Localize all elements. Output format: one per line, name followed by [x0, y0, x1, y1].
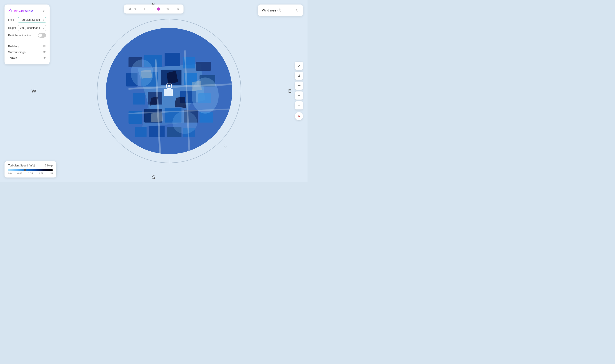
field-label: Field — [8, 18, 16, 21]
north-arrow-icon — [297, 114, 301, 118]
layer-building-row: Building 👁 — [8, 43, 46, 49]
legend-header: Turbulent Speed [m/s] ? Help — [8, 164, 53, 167]
svg-text:⬦: ⬦ — [223, 139, 228, 149]
surroundings-visibility-icon[interactable]: 👁 — [43, 50, 46, 54]
wind-speed-icon: ⬦ — [219, 139, 232, 152]
legend-panel: Turbulent Speed [m/s] ? Help 0.0 0.63 1.… — [4, 161, 56, 178]
left-panel: ARCHIWIND ∨ Field Turbulent Speed Wind S… — [4, 4, 50, 65]
layer-terrain-row: Terrain 👁 — [8, 55, 46, 61]
slider-label-w: W — [166, 7, 169, 11]
reset-icon: ↺ — [298, 74, 301, 78]
particles-row: Particles animation — [8, 33, 46, 38]
terrain-visibility-icon[interactable]: 👁 — [43, 56, 46, 60]
legend-val-2: 1.25 — [28, 172, 33, 175]
wind-rose-chevron-icon: ∧ — [295, 8, 298, 12]
move-button[interactable]: ✛ — [295, 81, 303, 90]
panel-header: ARCHIWIND ∨ — [8, 8, 46, 13]
svg-rect-24 — [149, 126, 165, 137]
particles-label: Particles animation — [8, 34, 31, 37]
svg-point-29 — [173, 111, 197, 134]
move-icon: ✛ — [298, 84, 301, 88]
height-row: Height 2m (Pedestrian level) 5m 10m 20m … — [8, 25, 46, 31]
compass-south: S — [152, 174, 156, 180]
svg-rect-22 — [200, 112, 213, 123]
map-container[interactable]: N S E W — [0, 0, 308, 182]
legend-val-0: 0.0 — [8, 172, 12, 175]
layer-terrain-name: Terrain — [8, 56, 17, 60]
height-select-wrapper: 2m (Pedestrian level) 5m 10m 20m ▾ — [18, 25, 46, 31]
wind-rose-title: Wind rose — [262, 9, 276, 12]
divider — [8, 41, 46, 41]
particles-toggle[interactable] — [38, 33, 46, 38]
field-select-wrapper: Turbulent Speed Wind Speed Pressure ▾ — [18, 17, 46, 23]
wind-rose-panel: Wind rose ? ∧ — [258, 4, 303, 16]
direction-track-area[interactable]: N E S W N — [134, 7, 179, 11]
layer-surroundings-name: Surroundings — [8, 51, 26, 54]
legend-values: 0.0 0.63 1.25 1.88 2.5 — [8, 172, 53, 175]
map-circle[interactable] — [106, 28, 232, 154]
slider-label-e: E — [144, 7, 146, 11]
collapse-button[interactable]: ∨ — [41, 8, 46, 13]
svg-rect-5 — [196, 62, 211, 71]
layer-surroundings-row: Surroundings 👁 — [8, 49, 46, 55]
height-select[interactable]: 2m (Pedestrian level) 5m 10m 20m — [18, 25, 46, 31]
height-label: Height — [8, 26, 16, 29]
zoom-out-button[interactable]: − — [295, 101, 303, 109]
layer-building-name: Building — [8, 45, 18, 48]
zoom-in-icon: + — [298, 93, 300, 98]
field-select[interactable]: Turbulent Speed Wind Speed Pressure — [18, 17, 46, 23]
north-arrow-button[interactable] — [295, 112, 303, 120]
logo-area: ARCHIWIND — [8, 9, 33, 13]
slider-label-s: S — [156, 7, 157, 11]
reset-button[interactable]: ↺ — [295, 72, 303, 80]
svg-marker-31 — [9, 9, 12, 12]
fullscreen-button[interactable]: ⤢ — [295, 62, 303, 70]
svg-rect-23 — [135, 127, 147, 137]
map-viewport — [106, 28, 232, 154]
legend-help-link[interactable]: ? Help — [45, 164, 53, 167]
field-row: Field Turbulent Speed Wind Speed Pressur… — [8, 17, 46, 23]
fullscreen-icon: ⤢ — [298, 64, 301, 68]
logo-icon — [8, 9, 13, 13]
legend-val-4: 2.5 — [49, 172, 53, 175]
wind-rose-collapse-button[interactable]: ∧ — [294, 8, 299, 13]
legend-help-icon: ? — [45, 164, 46, 167]
direction-slider[interactable]: ⇄ N E S W N — [124, 4, 184, 13]
slider-label-n2: N — [177, 7, 179, 11]
zoom-in-button[interactable]: + — [295, 91, 303, 100]
legend-title: Turbulent Speed [m/s] — [8, 164, 35, 167]
right-controls: ⤢ ↺ ✛ + − — [295, 62, 303, 120]
svg-rect-3 — [165, 53, 180, 66]
svg-rect-11 — [164, 89, 173, 96]
zoom-out-icon: − — [298, 104, 300, 107]
map-visualization — [106, 28, 232, 154]
legend-val-3: 1.88 — [39, 172, 43, 175]
wind-rose-help-icon[interactable]: ? — [278, 9, 281, 12]
wind-speed-indicator: ⬦ — [219, 139, 232, 153]
compass-east: E — [288, 88, 292, 94]
legend-help-label: Help — [47, 164, 53, 167]
building-visibility-icon[interactable]: 👁 — [43, 44, 46, 48]
slider-label-n1: N — [134, 7, 136, 11]
compass-west: W — [32, 88, 37, 94]
legend-val-1: 0.63 — [17, 172, 22, 175]
logo-text: ARCHIWIND — [14, 9, 33, 13]
wind-rose-label: Wind rose ? — [262, 9, 281, 12]
legend-bar-marker — [24, 169, 26, 171]
svg-rect-14 — [133, 93, 146, 104]
wind-direction-icon: ⇄ — [129, 7, 131, 11]
chevron-icon: ∨ — [42, 9, 45, 13]
legend-color-bar — [8, 169, 53, 171]
slider-thumb[interactable] — [157, 7, 160, 11]
